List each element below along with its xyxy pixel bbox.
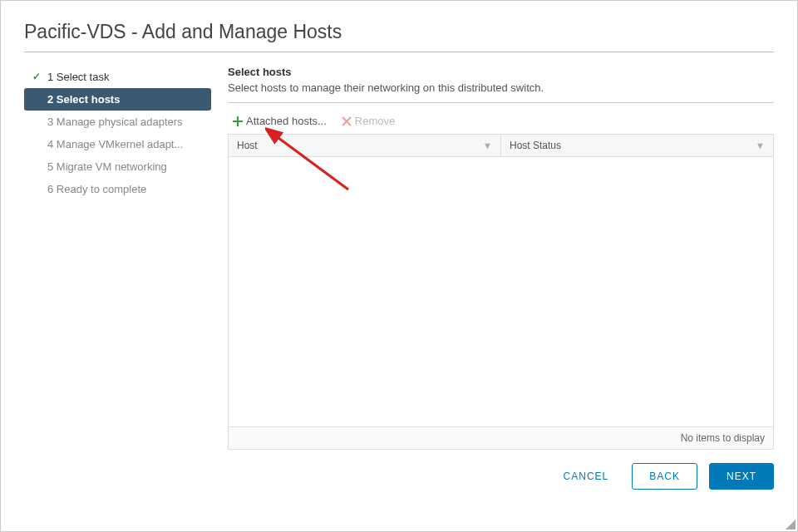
cancel-button[interactable]: CANCEL xyxy=(552,464,621,489)
next-button[interactable]: NEXT xyxy=(709,463,774,490)
grid-footer: No items to display xyxy=(229,426,773,449)
page-title: Pacific-VDS - Add and Manage Hosts xyxy=(24,21,774,52)
attached-hosts-label: Attached hosts... xyxy=(246,115,327,127)
step-1[interactable]: 1 Select task xyxy=(24,66,211,88)
column-host[interactable]: Host ▼ xyxy=(229,135,501,156)
step-5: 5 Migrate VM networking xyxy=(24,155,211,178)
step-3: 3 Manage physical adapters xyxy=(24,111,211,133)
remove-button: Remove xyxy=(342,115,395,127)
step-6: 6 Ready to complete xyxy=(24,178,211,200)
column-status-label: Host Status xyxy=(510,140,561,151)
step-2[interactable]: 2 Select hosts xyxy=(24,88,211,111)
resize-handle-icon[interactable] xyxy=(786,520,796,530)
filter-icon[interactable]: ▼ xyxy=(756,140,765,150)
back-button[interactable]: BACK xyxy=(632,463,697,490)
column-host-label: Host xyxy=(237,140,258,151)
attached-hosts-button[interactable]: Attached hosts... xyxy=(233,115,327,127)
hosts-grid: Host ▼ Host Status ▼ No items to display xyxy=(228,134,774,450)
content-heading: Select hosts xyxy=(228,66,774,78)
grid-body xyxy=(229,157,773,426)
x-icon xyxy=(342,116,352,126)
step-4: 4 Manage VMkernel adapt... xyxy=(24,133,211,155)
remove-label: Remove xyxy=(355,115,395,127)
column-host-status[interactable]: Host Status ▼ xyxy=(501,135,773,156)
plus-icon xyxy=(233,116,243,126)
filter-icon[interactable]: ▼ xyxy=(483,140,492,150)
content-subheading: Select hosts to manage their networking … xyxy=(228,81,774,103)
wizard-steps: 1 Select task 2 Select hosts 3 Manage ph… xyxy=(24,66,211,531)
